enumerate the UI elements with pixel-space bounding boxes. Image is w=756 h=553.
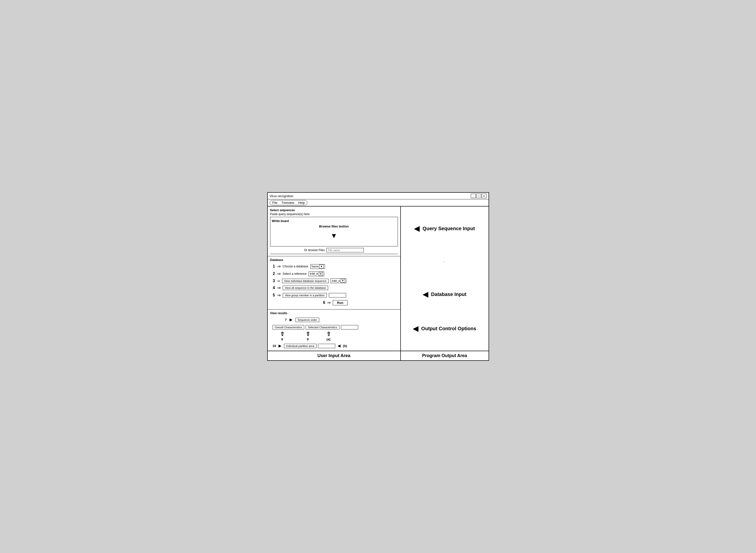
results-row-7: 7 ► Sequence order — [285, 317, 398, 323]
arrow-1-icon: ⇒ — [277, 264, 281, 269]
db-row-4: 4 ⇒ View all sequence in the database — [270, 285, 398, 291]
results-section-title: View results — [270, 312, 398, 315]
minimize-button[interactable]: _ — [471, 194, 476, 198]
select-sequences-label: Select sequences — [270, 209, 398, 212]
browse-files-row: Or browse Files — [270, 246, 398, 254]
arrow-2-icon: ⇒ — [277, 271, 281, 276]
menu-file[interactable]: File — [273, 201, 278, 205]
arrows-row-89a: ⇧ 8 ⇧ 9 ⇧ (a) — [273, 331, 398, 341]
output-control-label: ◀ Output Control Options — [413, 325, 476, 333]
menu-bar: File Treeview Help — [268, 200, 488, 206]
output-control-text: Output Control Options — [421, 326, 476, 331]
arrow-database-icon: ◀ — [423, 290, 428, 299]
bottom-labels: User Input Area Program Output Area — [268, 351, 488, 360]
arrow-b-left-icon: ◄ — [337, 343, 342, 349]
main-window: Virus recognition _ □ × File Treeview He… — [267, 192, 489, 361]
window-title: Virus recognition — [270, 194, 294, 198]
individual-partition-button[interactable]: Individual partition area — [284, 344, 316, 348]
run-button[interactable]: Run — [333, 300, 347, 305]
maximize-button[interactable]: □ — [476, 194, 481, 198]
individual-value: IHM_A — [332, 280, 340, 283]
step-5-num: 5 — [270, 293, 275, 298]
main-layout: Select sequences Paste query sequence(s)… — [268, 206, 488, 351]
window-controls: _ □ × — [471, 194, 486, 198]
select-reference-value: IHM_A — [310, 272, 318, 275]
db-row-6: 6 ⇒ Run — [270, 300, 398, 305]
view-all-sequence-button[interactable]: View all sequence in the database — [283, 286, 328, 290]
step-2-num: 2 — [270, 271, 275, 276]
choose-database-arrow-icon[interactable]: ▼ — [319, 265, 324, 268]
step-7-label: 7 — [285, 318, 287, 322]
label-a: (a) — [326, 337, 330, 341]
close-button[interactable]: × — [482, 194, 486, 198]
database-input-text: Database Input — [431, 292, 466, 297]
db-row-2: 2 ⇒ Select a reference IHM_A ▼ — [270, 271, 398, 276]
database-input-label: ◀ Database Input — [423, 290, 466, 299]
user-input-area-label: User Input Area — [268, 351, 401, 360]
left-panel: Select sequences Paste query sequence(s)… — [268, 207, 401, 351]
db-row-3: 3 ⇒ View individaul database sequence IH… — [270, 279, 398, 283]
menu-treeview[interactable]: Treeview — [281, 201, 294, 205]
step-1-label: Choose a database — [283, 265, 308, 268]
individual-arrow-icon[interactable]: ▼ — [341, 279, 345, 283]
label-9: 9 — [307, 337, 309, 341]
step-10-label: 10 — [273, 344, 276, 348]
whiteboard: White board Browse files button ▼ — [270, 217, 398, 246]
paste-label: Paste query sequence(s) here — [270, 213, 398, 216]
choose-database-dropdown[interactable]: Name ▼ — [310, 264, 325, 269]
db-row-5: 5 ⇒ View group member in a partition — [270, 293, 398, 298]
view-individual-button[interactable]: View individaul database sequence — [282, 279, 329, 283]
arrow-output-icon: ◀ — [413, 325, 418, 333]
label-8: 8 — [281, 337, 283, 341]
query-section: Select sequences Paste query sequence(s)… — [268, 207, 400, 256]
whiteboard-label: White board — [272, 219, 289, 223]
choose-database-value: Name — [312, 265, 319, 268]
title-bar: Virus recognition _ □ × — [268, 193, 488, 200]
select-reference-dropdown[interactable]: IHM_A ▼ — [309, 271, 324, 276]
arrow-6-icon: ⇒ — [327, 300, 331, 305]
step-2-label: Select a reference — [283, 272, 307, 275]
right-panel: ◀ Query Sequence Input · ◀ Database Inpu… — [401, 207, 488, 351]
overall-characteristics-button[interactable]: Overall Characteristics — [273, 325, 304, 329]
file-name-input[interactable] — [326, 248, 364, 252]
database-section-title: Database — [270, 258, 398, 262]
up-arrow-a-icon: ⇧ — [326, 331, 331, 337]
arrow-5-icon: ⇒ — [277, 293, 281, 298]
step-1-num: 1 — [270, 264, 275, 268]
menu-bar-inner: File Treeview Help — [270, 200, 308, 205]
step-4-num: 4 — [270, 286, 275, 290]
partition-row: 10 ► Individual partition area ◄ (b) — [273, 343, 398, 349]
characteristics-extra-input[interactable] — [341, 325, 358, 329]
label-b: (b) — [343, 344, 347, 348]
browse-files-button-label: Browse files button — [319, 225, 349, 228]
arrow-7-icon: ► — [289, 317, 294, 323]
arrow-4-icon: ⇒ — [277, 285, 281, 291]
program-output-area-label: Program Output Area — [401, 351, 488, 360]
up-arrow-8-icon: ⇧ — [280, 331, 285, 337]
query-sequence-input-label: ◀ Query Sequence Input — [414, 225, 475, 233]
partition-extra-input[interactable] — [318, 344, 335, 348]
individual-dropdown[interactable]: IHM_A ▼ — [330, 279, 346, 283]
results-section: View results 7 ► Sequence order Overall … — [268, 310, 400, 351]
step-3-num: 3 — [270, 279, 275, 283]
characteristics-row: Overall Characteristics Selected Charact… — [273, 325, 398, 329]
view-group-member-button[interactable]: View group member in a partition — [283, 293, 327, 298]
step-6-num: 6 — [320, 300, 325, 305]
group-member-input[interactable] — [329, 293, 346, 298]
database-section: Database 1 ⇒ Choose a database Name ▼ 2 … — [268, 256, 400, 310]
query-sequence-text: Query Sequence Input — [423, 226, 475, 231]
down-arrow-icon: ▼ — [330, 232, 337, 240]
db-row-1: 1 ⇒ Choose a database Name ▼ — [270, 264, 398, 269]
selected-characteristics-button[interactable]: Selected Characteristics — [306, 325, 339, 329]
arrow-query-icon: ◀ — [414, 225, 420, 233]
arrow-3-icon: ⇒ — [277, 279, 280, 283]
arrow-10-icon: ► — [278, 343, 283, 349]
or-browse-label: Or browse Files — [304, 248, 325, 252]
up-arrow-9-icon: ⇧ — [306, 331, 310, 337]
sequence-order-button[interactable]: Sequence order — [296, 318, 319, 322]
menu-help[interactable]: Help — [298, 201, 305, 205]
select-reference-arrow-icon[interactable]: ▼ — [319, 272, 323, 276]
right-dot: · — [444, 259, 445, 264]
